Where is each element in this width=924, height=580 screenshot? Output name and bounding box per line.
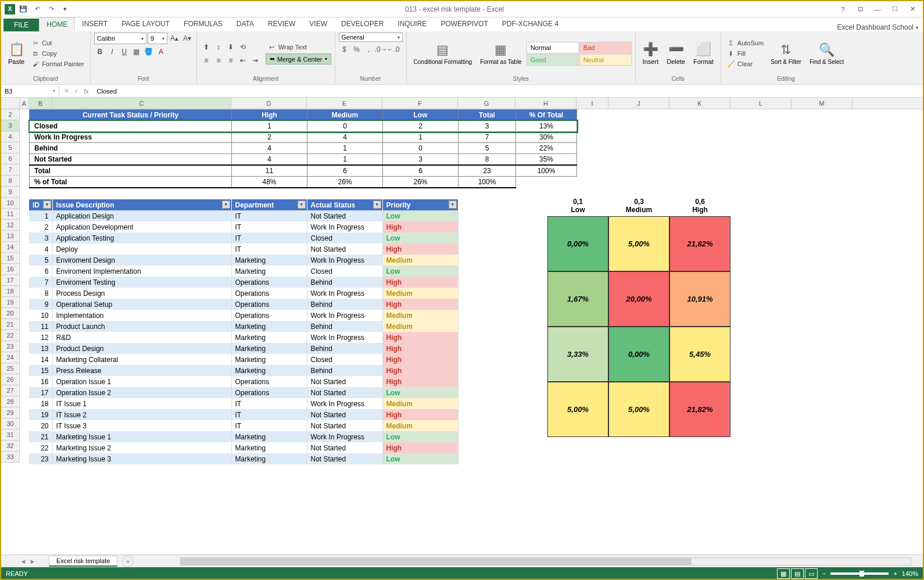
issue-dept[interactable]: IT xyxy=(231,221,307,232)
issue-id[interactable]: 15 xyxy=(29,365,52,376)
issue-priority[interactable]: Low xyxy=(382,266,458,277)
issue-desc[interactable]: Product Design xyxy=(52,343,231,354)
col-header-F[interactable]: F xyxy=(382,98,458,109)
cell-styles-gallery[interactable]: Normal Bad Good Neutral xyxy=(527,42,632,66)
issue-status[interactable]: Not Started xyxy=(307,453,382,464)
issue-priority[interactable]: High xyxy=(382,343,458,354)
issue-status[interactable]: Behind xyxy=(307,299,382,310)
ribbon-tab-home[interactable]: HOME xyxy=(39,17,75,31)
issue-priority[interactable]: Low xyxy=(382,387,458,398)
style-neutral[interactable]: Neutral xyxy=(579,54,632,66)
issue-priority[interactable]: Low xyxy=(382,431,458,442)
row-header-11[interactable]: 11 xyxy=(1,209,20,220)
issue-id[interactable]: 4 xyxy=(29,244,52,255)
row-header-14[interactable]: 14 xyxy=(1,242,20,253)
increase-indent-button[interactable]: ⇥ xyxy=(249,55,261,66)
issue-desc[interactable]: Implementation xyxy=(52,310,231,321)
close-button[interactable]: ✕ xyxy=(904,3,921,15)
issue-status[interactable]: Work In Progress xyxy=(307,398,382,409)
row-header-21[interactable]: 21 xyxy=(1,319,20,330)
qat-more-button[interactable]: ▾ xyxy=(59,3,71,15)
col-header-A[interactable]: A xyxy=(20,98,29,109)
conditional-formatting-button[interactable]: ▤Conditional Formatting xyxy=(410,34,476,73)
issue-desc[interactable]: IT Issue 3 xyxy=(52,420,231,431)
status-cell[interactable]: Behind xyxy=(30,143,232,154)
col-header-M[interactable]: M xyxy=(792,98,853,109)
row-header-8[interactable]: 8 xyxy=(1,176,20,187)
issue-id[interactable]: 2 xyxy=(29,221,52,232)
issue-id[interactable]: 14 xyxy=(29,354,52,365)
col-header-L[interactable]: L xyxy=(730,98,792,109)
zoom-out-button[interactable]: − xyxy=(822,570,826,577)
maximize-button[interactable]: ☐ xyxy=(887,3,903,15)
issue-dept[interactable]: Marketing xyxy=(231,365,307,376)
ribbon-options-button[interactable]: ⊡ xyxy=(852,3,868,15)
issue-status[interactable]: Behind xyxy=(307,365,382,376)
bold-button[interactable]: B xyxy=(94,46,106,58)
ribbon-tab-insert[interactable]: INSERT xyxy=(75,17,114,31)
fill-color-button[interactable]: 🪣 xyxy=(143,46,155,58)
format-as-table-button[interactable]: ▦Format as Table xyxy=(477,34,525,73)
minimize-button[interactable]: — xyxy=(869,3,886,15)
issue-priority[interactable]: Medium xyxy=(382,255,458,266)
issue-priority[interactable]: Medium xyxy=(382,288,458,299)
row-header-12[interactable]: 12 xyxy=(1,220,20,231)
ribbon-tab-view[interactable]: VIEW xyxy=(302,17,334,31)
clear-button[interactable]: 🧹Clear xyxy=(725,59,766,69)
align-left-button[interactable]: ≡ xyxy=(200,55,212,66)
row-header-22[interactable]: 22 xyxy=(1,330,20,341)
issue-dept[interactable]: Operations xyxy=(231,299,307,310)
issue-desc[interactable]: Product Launch xyxy=(52,321,231,332)
issue-status[interactable]: Work In Progress xyxy=(307,288,382,299)
issue-desc[interactable]: Operational Setup xyxy=(52,299,231,310)
align-top-button[interactable]: ⬆ xyxy=(200,41,212,53)
issue-dept[interactable]: Marketing xyxy=(231,442,307,453)
decrease-indent-button[interactable]: ⇤ xyxy=(237,55,249,66)
issue-status[interactable]: Behind xyxy=(307,343,382,354)
find-select-button[interactable]: 🔍Find & Select xyxy=(806,34,847,73)
ribbon-tab-pdf-xchange-4[interactable]: PDF-XChange 4 xyxy=(495,17,565,31)
issue-id[interactable]: 12 xyxy=(29,332,52,343)
issue-id[interactable]: 19 xyxy=(29,409,52,420)
status-cell[interactable]: Work In Progress xyxy=(30,132,232,143)
issue-status[interactable]: Not Started xyxy=(307,387,382,398)
row-header-28[interactable]: 28 xyxy=(1,396,20,407)
issue-status[interactable]: Closed xyxy=(307,354,382,365)
issue-priority[interactable]: Medium xyxy=(382,398,458,409)
issue-priority[interactable]: High xyxy=(382,299,458,310)
risk-cell[interactable]: 20,00% xyxy=(608,271,669,327)
issue-status[interactable]: Not Started xyxy=(307,409,382,420)
row-header-20[interactable]: 20 xyxy=(1,308,20,319)
issue-id[interactable]: 7 xyxy=(29,277,52,288)
filter-button[interactable]: ▾ xyxy=(298,201,306,209)
cancel-formula-icon[interactable]: ✕ xyxy=(64,87,69,95)
filter-button[interactable]: ▾ xyxy=(222,201,230,209)
row-header-2[interactable]: 2 xyxy=(1,109,20,120)
number-format-combo[interactable]: General▾ xyxy=(339,33,403,42)
ribbon-tab-powerpivot[interactable]: POWERPIVOT xyxy=(434,17,495,31)
issue-status[interactable]: Closed xyxy=(307,232,382,244)
zoom-level[interactable]: 140% xyxy=(902,570,918,577)
row-header-32[interactable]: 32 xyxy=(1,441,20,452)
issue-priority[interactable]: High xyxy=(382,221,458,232)
ribbon-tab-developer[interactable]: DEVELOPER xyxy=(334,17,391,31)
risk-cell[interactable]: 1,67% xyxy=(547,271,608,327)
row-header-17[interactable]: 17 xyxy=(1,275,20,286)
row-header-6[interactable]: 6 xyxy=(1,153,20,164)
row-header-4[interactable]: 4 xyxy=(1,131,20,142)
row-header-29[interactable]: 29 xyxy=(1,407,20,418)
issue-priority[interactable]: Medium xyxy=(382,420,458,431)
fx-icon[interactable]: fx xyxy=(84,88,89,95)
align-bottom-button[interactable]: ⬇ xyxy=(225,41,237,53)
issue-dept[interactable]: Marketing xyxy=(231,266,307,277)
issue-status[interactable]: Not Started xyxy=(307,210,382,221)
orientation-button[interactable]: ⟲ xyxy=(237,41,249,53)
comma-format-button[interactable]: , xyxy=(363,44,375,55)
issue-dept[interactable]: Operations xyxy=(231,277,307,288)
ribbon-tab-inquire[interactable]: INQUIRE xyxy=(391,17,434,31)
ribbon-tab-review[interactable]: REVIEW xyxy=(261,17,302,31)
undo-button[interactable]: ↶ xyxy=(31,3,43,15)
delete-cells-button[interactable]: ➖Delete xyxy=(663,34,689,73)
redo-button[interactable]: ↷ xyxy=(45,3,57,15)
italic-button[interactable]: I xyxy=(106,46,118,58)
